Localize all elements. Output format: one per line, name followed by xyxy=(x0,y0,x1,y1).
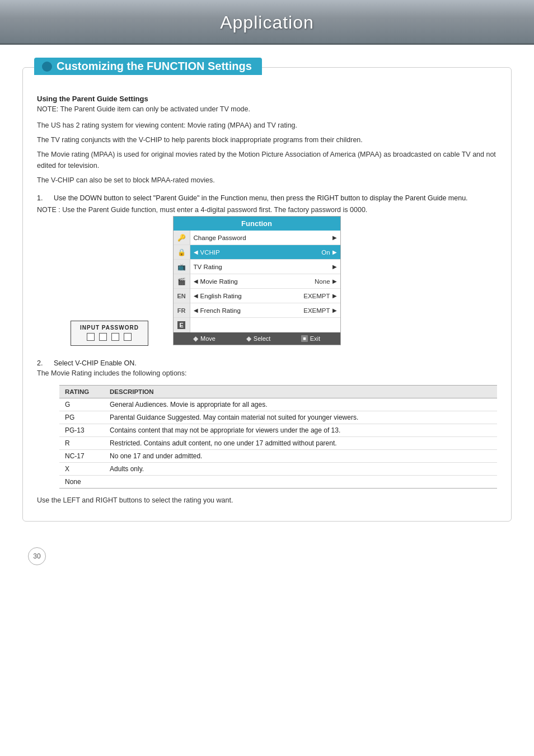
footer-select-label: Select xyxy=(254,335,271,342)
password-square-2 xyxy=(99,333,107,341)
description-cell: General Audiences. Movie is appropriate … xyxy=(104,398,497,411)
menu-row-value-4: EXEMPT xyxy=(303,293,330,299)
table-row: XAdults only. xyxy=(59,463,497,476)
function-menu-container: Function 🔑 🔒 📺 🎬 EN FR E Change Password xyxy=(173,216,341,345)
menu-rows-col: Change Password ▶ ◀ VCHIP On ▶ TV Rating… xyxy=(190,231,340,332)
menu-row-5[interactable]: ◀ French Rating EXEMPT ▶ xyxy=(190,303,340,318)
arrow-right-3: ▶ xyxy=(332,278,337,284)
menu-row-0[interactable]: Change Password ▶ xyxy=(190,231,340,245)
subsection-title: Using the Parent Guide Settings xyxy=(37,95,497,103)
menu-footer: ◆ Move ◆ Select ■ Exit xyxy=(174,332,340,345)
table-row: RRestricted. Contains adult content, no … xyxy=(59,437,497,450)
page-footer-area: 30 xyxy=(0,544,534,577)
password-square-4 xyxy=(124,333,132,341)
menu-row-3[interactable]: ◀ Movie Rating None ▶ xyxy=(190,274,340,289)
arrow-left-3: ◀ xyxy=(194,278,198,284)
table-row: None xyxy=(59,476,497,489)
menu-icon-film: 🎬 xyxy=(174,274,190,289)
menu-icons-col: 🔑 🔒 📺 🎬 EN FR E xyxy=(174,231,190,332)
rating-cell: NC-17 xyxy=(59,450,104,463)
arrow-left-1: ◀ xyxy=(194,249,198,255)
rating-cell: R xyxy=(59,437,104,450)
rating-cell: X xyxy=(59,463,104,476)
section-heading: Customizing the FUNCTION Settings xyxy=(34,58,262,75)
password-square-1 xyxy=(87,333,95,341)
para4: The V-CHIP can also be set to block MPAA… xyxy=(37,175,497,186)
para1: The US has 2 rating system for viewing c… xyxy=(37,120,497,131)
menu-row-label-5: French Rating xyxy=(198,307,302,314)
footer-select: ◆ Select xyxy=(246,335,271,342)
rating-cell: PG xyxy=(59,411,104,424)
page-number: 30 xyxy=(28,547,46,565)
description-cell: Parental Guidance Suggested. May contain… xyxy=(104,411,497,424)
menu-row-label-0: Change Password xyxy=(194,234,332,241)
page-title: Application xyxy=(220,12,314,33)
password-square-3 xyxy=(111,333,119,341)
step1-note: NOTE : Use the Parent Guide function, mu… xyxy=(37,206,497,214)
menu-icon-eng: EN xyxy=(174,289,190,303)
step2-text: Select V-CHIP Enable ON. xyxy=(54,359,137,367)
menu-icon-tv: 📺 xyxy=(174,260,190,274)
arrow-right-0: ▶ xyxy=(332,234,337,241)
arrow-left-5: ◀ xyxy=(194,307,198,313)
rating-cell: None xyxy=(59,476,104,489)
description-cell: Contains content that may not be appropr… xyxy=(104,424,497,437)
menu-row-label-3: Movie Rating xyxy=(198,278,313,285)
menu-icon-e: E xyxy=(174,318,190,332)
table-row: PGParental Guidance Suggested. May conta… xyxy=(59,411,497,424)
footer-move-label: Move xyxy=(200,335,216,342)
section-box: Customizing the FUNCTION Settings Using … xyxy=(22,67,512,522)
step1-num: 1. xyxy=(37,192,54,204)
step2: 2.Select V-CHIP Enable ON. xyxy=(37,359,497,367)
rating-table: RATING DESCRIPTION GGeneral Audiences. M… xyxy=(59,385,497,489)
description-cell: Adults only. xyxy=(104,463,497,476)
password-squares xyxy=(80,333,139,341)
footer-exit-label: Exit xyxy=(310,335,320,342)
rating-table-container: RATING DESCRIPTION GGeneral Audiences. M… xyxy=(59,385,497,489)
arrow-right-2: ▶ xyxy=(332,264,337,270)
menu-row-label-1: VCHIP xyxy=(198,249,320,256)
para3: The Movie rating (MPAA) is used for orig… xyxy=(37,149,497,171)
input-password-label: INPUT PASSWORD xyxy=(80,325,139,331)
description-cell xyxy=(104,476,497,489)
menu-row-1[interactable]: ◀ VCHIP On ▶ xyxy=(190,245,340,260)
para2: The TV rating conjuncts with the V-CHIP … xyxy=(37,134,497,145)
function-menu-header: Function xyxy=(174,217,340,231)
function-menu-body: 🔑 🔒 📺 🎬 EN FR E Change Password ▶ xyxy=(174,231,340,332)
page-header: Application xyxy=(0,0,534,45)
menu-row-4[interactable]: ◀ English Rating EXEMPT ▶ xyxy=(190,289,340,303)
table-row: GGeneral Audiences. Movie is appropriate… xyxy=(59,398,497,411)
table-row: NC-17No one 17 and under admitted. xyxy=(59,450,497,463)
menu-row-value-5: EXEMPT xyxy=(303,307,330,314)
arrow-right-1: ▶ xyxy=(332,249,337,255)
footer-instruction: Use the LEFT and RIGHT buttons to select… xyxy=(37,496,497,504)
footer-move: ◆ Move xyxy=(193,335,216,342)
step2-num: 2. xyxy=(37,359,54,367)
menu-icon-fr: FR xyxy=(174,303,190,318)
menu-row-label-4: English Rating xyxy=(198,293,302,299)
arrow-right-4: ▶ xyxy=(332,293,337,299)
step2-subtext: The Movie Rating includes the following … xyxy=(37,369,497,377)
col-header-rating: RATING xyxy=(59,386,104,398)
table-row: PG-13Contains content that may not be ap… xyxy=(59,424,497,437)
input-password-box: INPUT PASSWORD xyxy=(71,321,148,346)
menu-row-value-3: None xyxy=(315,278,330,285)
description-cell: Restricted. Contains adult content, no o… xyxy=(104,437,497,450)
step1-text: Use the DOWN button to select "Parent Gu… xyxy=(54,194,468,202)
menu-row-label-2: TV Rating xyxy=(194,264,332,270)
menu-row-2[interactable]: TV Rating ▶ xyxy=(190,260,340,274)
rating-cell: G xyxy=(59,398,104,411)
function-menu: Function 🔑 🔒 📺 🎬 EN FR E Change Password xyxy=(173,216,341,345)
col-header-description: DESCRIPTION xyxy=(104,386,497,398)
menu-icon-key: 🔑 xyxy=(174,231,190,245)
input-password-container: INPUT PASSWORD xyxy=(71,321,148,346)
menu-icon-chip: 🔒 xyxy=(174,245,190,260)
content-wrapper: Customizing the FUNCTION Settings Using … xyxy=(0,45,534,544)
rating-cell: PG-13 xyxy=(59,424,104,437)
step1: 1.Use the DOWN button to select "Parent … xyxy=(37,192,497,204)
arrow-left-4: ◀ xyxy=(194,293,198,299)
footer-exit: ■ Exit xyxy=(301,335,320,342)
description-cell: No one 17 and under admitted. xyxy=(104,450,497,463)
arrow-right-5: ▶ xyxy=(332,307,337,313)
note-text: NOTE: The Parent Guide item can only be … xyxy=(37,105,497,113)
